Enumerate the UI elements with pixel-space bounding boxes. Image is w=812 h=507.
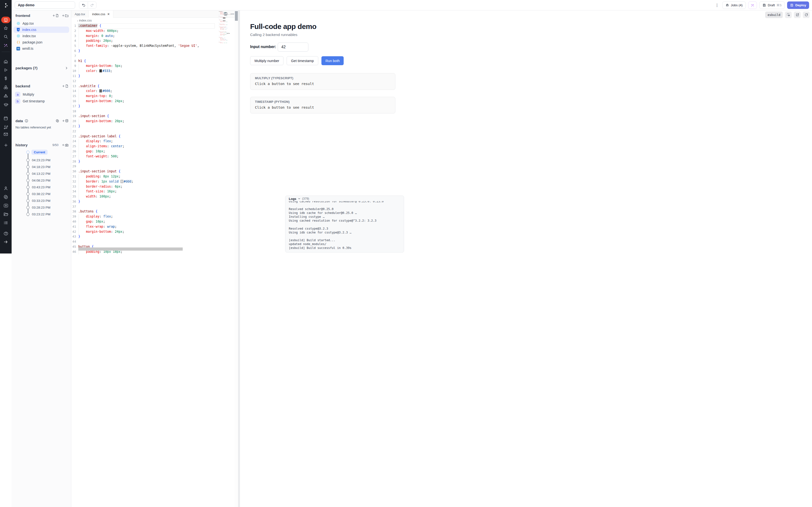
- history-node: [27, 206, 30, 209]
- code-line: 21}: [71, 124, 238, 129]
- code-line: 37: [71, 204, 238, 209]
- history-entry[interactable]: 03:43:23 PM: [32, 185, 51, 189]
- runs-play-icon[interactable]: [3, 67, 8, 73]
- history-node: [27, 192, 30, 195]
- code-line: 30.input-section input {: [71, 169, 238, 174]
- data-settings-button[interactable]: [56, 119, 59, 123]
- panel-divider[interactable]: [238, 10, 240, 253]
- tab-App-tsx[interactable]: App.tsx: [71, 10, 89, 18]
- history-entry[interactable]: 03:28:23 PM: [32, 206, 51, 209]
- code-line: 9 margin-bottom: 5px;: [71, 63, 238, 68]
- learn-cap-icon[interactable]: [3, 102, 8, 107]
- history-counter: 9/50: [52, 143, 58, 147]
- editor-breadcrumb[interactable]: › index.css: [71, 18, 238, 23]
- close-tab-icon[interactable]: ✕: [107, 12, 110, 16]
- app-name-input[interactable]: [15, 1, 75, 9]
- history-node: [27, 186, 30, 189]
- file-item-index-tsx[interactable]: index.tsx: [13, 33, 69, 39]
- history-entry[interactable]: 04:23:23 PM: [32, 158, 51, 162]
- audit-list-icon[interactable]: [3, 220, 8, 225]
- add-table-button[interactable]: [62, 119, 69, 123]
- tab-index-css[interactable]: index.css✕: [89, 10, 113, 18]
- add-plus-icon[interactable]: [3, 143, 8, 148]
- code-line: 13.subtitle {: [71, 84, 238, 89]
- history-entry[interactable]: 04:18:23 PM: [32, 165, 51, 169]
- ts-icon: TS: [16, 47, 20, 50]
- input-number-label: Input number:: [250, 45, 276, 49]
- code-line: 3 margin: 0 auto;: [71, 34, 238, 39]
- resources-cubes-icon[interactable]: [3, 84, 8, 90]
- schedules-calendar-icon[interactable]: [3, 116, 8, 121]
- multiply-number-button[interactable]: Multiply number: [250, 56, 284, 65]
- variables-dollar-icon[interactable]: [3, 76, 8, 81]
- css3-icon: 3: [16, 28, 20, 32]
- file-icon: [55, 14, 59, 17]
- preview-title: Full-code app demo: [250, 22, 316, 31]
- code-line: 25 align-items: center;: [71, 144, 238, 149]
- code-area[interactable]: 1.container {2 max-width: 600px;3 margin…: [71, 23, 238, 253]
- code-line: 19.input-section {: [71, 114, 238, 119]
- workers-icon[interactable]: [3, 203, 8, 208]
- apps-active-pill[interactable]: [1, 17, 10, 23]
- user-icon[interactable]: [3, 186, 8, 191]
- routes-flow-icon[interactable]: [3, 125, 8, 130]
- file-item-index-css[interactable]: 3index.css: [13, 26, 69, 33]
- redo-button[interactable]: [88, 2, 96, 8]
- code-line: 39 display: flex;: [71, 214, 238, 219]
- history-entry[interactable]: 04:08:23 PM: [32, 179, 51, 182]
- add-file-button[interactable]: [52, 14, 59, 17]
- file-item-package-json[interactable]: package.json: [13, 39, 69, 45]
- add-runnable-button[interactable]: [62, 84, 69, 88]
- history-node: [27, 159, 30, 162]
- code-line: 40 gap: 10px;: [71, 219, 238, 224]
- history-entry[interactable]: 03:23:22 PM: [32, 213, 51, 216]
- file-label: wmill.ts: [22, 47, 33, 50]
- file-label: index.tsx: [22, 34, 36, 38]
- history-node: [27, 165, 30, 169]
- windmill-logo-icon[interactable]: [2, 2, 9, 9]
- logs-toggle[interactable]: Logs: [289, 197, 296, 201]
- packages-row[interactable]: packages (7): [15, 66, 68, 70]
- code-line: 38.buttons {: [71, 209, 238, 214]
- gear-icon: [56, 119, 59, 123]
- triggers-pyramid-icon[interactable]: [3, 93, 8, 99]
- runnable-item-multiply[interactable]: aMultiply: [15, 91, 34, 98]
- code-line: 18: [71, 109, 238, 114]
- frontend-title: frontend: [15, 13, 30, 18]
- data-title: data: [15, 119, 23, 123]
- logs-output: Using cached resolution for scheduler@ 0…: [289, 201, 402, 251]
- folders-icon[interactable]: [3, 212, 8, 217]
- home-icon[interactable]: [3, 59, 8, 64]
- editor-minimap[interactable]: .container { max-width: 600px; margin: 0…: [219, 11, 231, 253]
- code-line: 2 max-width: 600px;: [71, 29, 238, 34]
- frontend-section-header: frontend: [15, 13, 69, 18]
- add-snapshot-button[interactable]: [62, 143, 69, 147]
- mail-icon[interactable]: [3, 131, 8, 137]
- runnable-item-get-timestamp[interactable]: bGet timestamp: [15, 98, 45, 104]
- editor-horizontal-scrollbar[interactable]: [78, 247, 183, 250]
- search-icon[interactable]: [3, 34, 8, 39]
- history-entry[interactable]: 04:13:22 PM: [32, 172, 51, 175]
- ai-wand-icon[interactable]: [3, 43, 8, 48]
- file-icon: [65, 84, 69, 88]
- code-line: 33 border-radius: 6px;: [71, 184, 238, 189]
- help-icon[interactable]: [3, 231, 8, 236]
- get-timestamp-button[interactable]: Get timestamp: [287, 56, 318, 65]
- number-input[interactable]: [278, 43, 308, 52]
- history-node: [27, 172, 30, 175]
- logs-count: (379): [302, 197, 309, 201]
- history-entry[interactable]: 03:33:23 PM: [32, 199, 51, 203]
- add-folder-button[interactable]: [62, 14, 69, 18]
- run-both-button[interactable]: Run both: [321, 56, 344, 65]
- history-current-badge[interactable]: Current: [32, 150, 48, 155]
- file-item-App-tsx[interactable]: App.tsx: [13, 20, 69, 26]
- collapse-arrow-icon[interactable]: [3, 239, 8, 244]
- react-icon: [16, 34, 20, 38]
- file-item-wmill-ts[interactable]: TSwmill.ts: [13, 45, 69, 52]
- editor-vertical-scrollbar[interactable]: [235, 10, 238, 253]
- star-icon[interactable]: [3, 25, 8, 31]
- undo-button[interactable]: [79, 2, 88, 8]
- chevron-down-icon[interactable]: [298, 197, 301, 200]
- history-entry[interactable]: 03:38:22 PM: [32, 192, 51, 196]
- settings-gear-icon[interactable]: [3, 194, 8, 200]
